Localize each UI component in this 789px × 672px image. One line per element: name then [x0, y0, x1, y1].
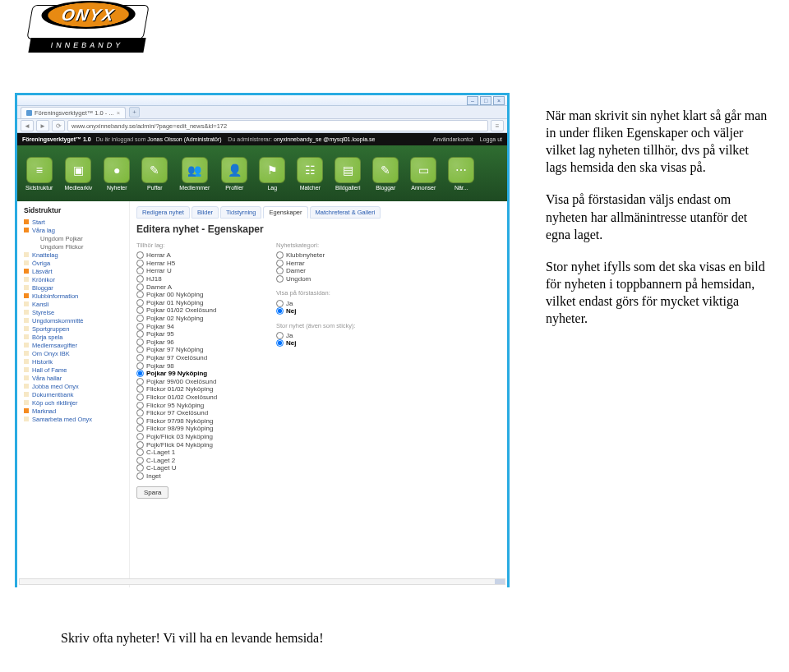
radio-row[interactable]: Pojkar 01/02 Oxelösund [136, 306, 251, 315]
radio-row[interactable]: C-Laget U [136, 464, 251, 472]
radio-row[interactable]: Pojkar 96 [136, 338, 251, 347]
radio-input[interactable] [136, 378, 144, 385]
nav-item-nyheter[interactable]: ●Nyheter [104, 157, 130, 191]
radio-input[interactable] [136, 385, 144, 393]
scrollbar-thumb[interactable] [19, 578, 505, 585]
sidebar-item[interactable]: Sportgruppen [24, 324, 124, 333]
radio-row[interactable]: Flickor 97/98 Nyköping [136, 417, 251, 425]
radio-input[interactable] [136, 338, 144, 346]
radio-input[interactable] [136, 409, 144, 417]
radio-input[interactable] [136, 464, 144, 472]
sidebar-item[interactable]: Köp och riktlinjer [24, 398, 124, 407]
sidebar-item[interactable]: Våra hallar [24, 374, 124, 382]
window-maximize-button[interactable]: □ [480, 96, 491, 105]
browser-tab[interactable]: Föreningsverktyget™ 1.0 - ... × [21, 107, 126, 118]
radio-row[interactable]: Pojkar 94 [136, 322, 251, 330]
sidebar-item[interactable]: Om Onyx IBK [24, 349, 124, 357]
radio-input[interactable] [136, 472, 144, 480]
radio-input[interactable] [276, 267, 284, 274]
radio-input[interactable] [136, 441, 144, 449]
radio-row[interactable]: Pojkar 00 Nyköping [136, 291, 251, 299]
save-button[interactable]: Spara [136, 486, 168, 499]
radio-row[interactable]: Ja [276, 332, 358, 340]
radio-row[interactable]: Pojkar 99 Nyköping [136, 370, 251, 378]
nav-item-bloggar[interactable]: ✎Bloggar [372, 157, 399, 191]
radio-input[interactable] [136, 267, 144, 274]
radio-input[interactable] [136, 370, 144, 377]
sidebar-item[interactable]: Börja spela [24, 333, 124, 341]
sidebar-item[interactable]: Dokumentbank [24, 390, 124, 398]
radio-row[interactable]: Flickor 95 Nyköping [136, 401, 251, 409]
radio-row[interactable]: Pojk/Flick 03 Nyköping [136, 433, 251, 441]
radio-input[interactable] [136, 433, 144, 440]
nav-item-matcher[interactable]: ☷Matcher [297, 157, 323, 191]
sidebar-item[interactable]: Medlemsavgifter [24, 341, 124, 349]
radio-input[interactable] [136, 394, 144, 401]
radio-input[interactable] [136, 323, 144, 330]
sidebar-item[interactable]: Jobba med Onyx [24, 382, 124, 390]
radio-input[interactable] [276, 332, 284, 339]
sidebar-item[interactable]: Bloggar [24, 283, 124, 292]
radio-row[interactable]: Nej [276, 339, 358, 348]
radio-input[interactable] [136, 362, 144, 370]
radio-input[interactable] [136, 449, 144, 456]
radio-row[interactable]: Damer A [136, 283, 251, 291]
radio-input[interactable] [136, 315, 144, 322]
radio-input[interactable] [276, 251, 284, 259]
tab-matchreferat---galleri[interactable]: Matchreferat & Galleri [310, 206, 381, 219]
radio-row[interactable]: Pojkar 98 [136, 361, 251, 370]
radio-input[interactable] [136, 251, 144, 259]
radio-row[interactable]: Herrar [276, 260, 358, 268]
radio-row[interactable]: C-Laget 2 [136, 456, 251, 464]
new-tab-button[interactable]: + [129, 107, 140, 117]
nav-item-annonser[interactable]: ▭Annonser [410, 157, 436, 191]
window-minimize-button[interactable]: – [467, 96, 478, 105]
nav-item-profiler[interactable]: 👤Profiler [221, 157, 247, 191]
nav-item-lag[interactable]: ⚑Lag [259, 157, 285, 191]
forward-button[interactable]: ► [36, 120, 49, 131]
radio-input[interactable] [136, 291, 144, 298]
radio-input[interactable] [136, 306, 144, 314]
radio-row[interactable]: Pojkar 95 [136, 330, 251, 338]
radio-input[interactable] [276, 300, 284, 307]
sidebar-item[interactable]: Ungdom Pojkar [24, 234, 124, 242]
account-link[interactable]: Användarkontot [433, 136, 473, 142]
radio-row[interactable]: C-Laget 1 [136, 449, 251, 457]
radio-row[interactable]: Pojkar 99/00 Oxelösund [136, 378, 251, 386]
radio-row[interactable]: Damer [276, 267, 358, 275]
radio-row[interactable]: Ja [276, 299, 358, 307]
radio-row[interactable]: Flickor 01/02 Oxelösund [136, 394, 251, 402]
sidebar-item[interactable]: Start [24, 218, 124, 226]
tab-egenskaper[interactable]: Egenskaper [263, 206, 307, 219]
sidebar-item[interactable]: Styrelse [24, 308, 124, 316]
radio-input[interactable] [136, 283, 144, 291]
sidebar-item[interactable]: Krönikor [24, 275, 124, 283]
logout-link[interactable]: Logga ut [480, 136, 502, 142]
sidebar-item[interactable]: Historik [24, 357, 124, 366]
radio-row[interactable]: Flickor 97 Oxelösund [136, 409, 251, 417]
sidebar-item[interactable]: Våra lag [24, 226, 124, 234]
radio-row[interactable]: Flickor 01/02 Nyköping [136, 385, 251, 394]
sidebar-item[interactable]: Kansli [24, 300, 124, 308]
tab-redigera-nyhet[interactable]: Redigera nyhet [136, 206, 190, 219]
back-button[interactable]: ◄ [21, 120, 34, 131]
tab-bilder[interactable]: Bilder [191, 206, 219, 219]
radio-input[interactable] [136, 346, 144, 353]
sidebar-item[interactable]: Klubbinformation [24, 292, 124, 300]
nav-item-nr[interactable]: ⋯När... [448, 157, 474, 191]
radio-row[interactable]: Pojkar 01 Nyköping [136, 299, 251, 307]
sidebar-item[interactable]: Ungdom Flickor [24, 242, 124, 251]
sidebar-item[interactable]: Läsvärt [24, 267, 124, 275]
radio-input[interactable] [136, 457, 144, 464]
nav-item-sidstruktur[interactable]: ≡Sidstruktur [25, 157, 53, 191]
window-close-button[interactable]: × [493, 96, 505, 105]
radio-row[interactable]: Herrar A [136, 251, 251, 260]
radio-row[interactable]: HJ18 [136, 275, 251, 283]
radio-row[interactable]: Klubbnyheter [276, 251, 358, 260]
nav-item-mediearkiv[interactable]: ▣Mediearkiv [64, 157, 92, 191]
radio-input[interactable] [136, 260, 144, 267]
reload-button[interactable]: ⟳ [52, 120, 65, 131]
tab-tidstyrning[interactable]: Tidstyrning [220, 206, 261, 219]
sidebar-item[interactable]: Knattelag [24, 251, 124, 259]
nav-item-puffar[interactable]: ✎Puffar [141, 157, 168, 191]
